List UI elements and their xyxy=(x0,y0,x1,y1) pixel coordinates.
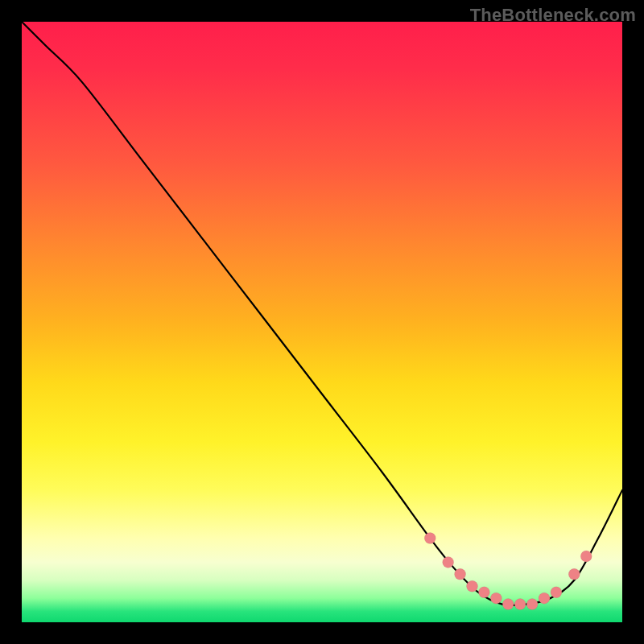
bottleneck-curve xyxy=(22,22,622,605)
plot-area xyxy=(22,22,622,622)
curve-marker xyxy=(580,551,592,562)
curve-marker xyxy=(568,568,580,580)
curve-marker xyxy=(539,592,550,604)
curve-marker xyxy=(490,592,502,604)
marker-group xyxy=(424,533,592,610)
curve-marker xyxy=(526,599,538,610)
curve-marker xyxy=(502,599,514,610)
curve-marker xyxy=(551,587,562,598)
curve-marker xyxy=(424,533,436,544)
curve-marker xyxy=(443,556,454,568)
chart-overlay xyxy=(22,22,622,622)
curve-marker xyxy=(467,580,478,592)
curve-marker xyxy=(455,568,466,580)
chart-frame: TheBottleneck.com xyxy=(0,0,644,644)
curve-marker xyxy=(514,599,526,610)
curve-marker xyxy=(478,587,489,598)
